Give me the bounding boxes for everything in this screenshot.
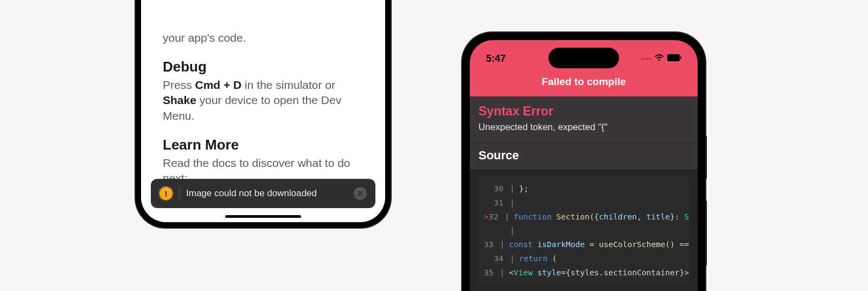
status-bar: 5:47 [470, 40, 698, 70]
error-message: Unexpected token, expected "{" [478, 122, 689, 133]
warning-icon: ! [159, 187, 173, 200]
status-time: 5:47 [486, 53, 506, 64]
toast-message: Image could not be downloaded [186, 188, 347, 199]
code-line: 30 | }; [478, 182, 689, 196]
svg-point-0 [659, 59, 660, 61]
doc-fragment: your app's code. [163, 31, 363, 44]
debug-heading: Debug [163, 59, 363, 75]
code-block: 30 | }; 31 | > 32 | function Section({ch… [478, 176, 689, 286]
code-line: 35 | <View style={styles.sectionContaine… [478, 266, 689, 280]
toast-divider [179, 186, 180, 201]
svg-rect-2 [680, 56, 681, 59]
logbox-toast[interactable]: ! Image could not be downloaded [151, 179, 375, 208]
phone-mockup-left: your app's code. Debug Press Cmd + D in … [136, 0, 391, 228]
source-header: Source [470, 143, 698, 169]
error-header: Failed to compile [470, 70, 698, 96]
error-type: Syntax Error [478, 104, 689, 119]
side-button [705, 201, 707, 266]
wifi-icon [654, 54, 664, 63]
debug-text: Press Cmd + D in the simulator or Shake … [163, 77, 363, 124]
phone-mockup-right: 5:47 Failed to compile Syntax Error Unex… [462, 33, 705, 291]
file-location: App.tsx (32:51) [470, 286, 698, 291]
code-line: > 32 | function Section({children, title… [478, 210, 689, 224]
error-title-section: Syntax Error Unexpected token, expected … [470, 96, 698, 143]
side-button [705, 135, 707, 179]
svg-rect-1 [667, 54, 680, 61]
code-line: 33 | const isDarkMode = useColorScheme()… [478, 238, 689, 252]
learn-more-heading: Learn More [163, 137, 363, 153]
cellular-icon [641, 58, 651, 60]
code-line: | [478, 224, 689, 238]
phone-screen-left: your app's code. Debug Press Cmd + D in … [141, 0, 385, 222]
home-indicator [225, 215, 301, 218]
code-line: 31 | [478, 196, 689, 210]
dynamic-island [548, 48, 619, 68]
code-line: 34 | return ( [478, 252, 689, 266]
toast-close-button[interactable] [354, 187, 367, 200]
battery-icon [667, 54, 681, 63]
status-icons [641, 54, 681, 63]
phone-screen-right: 5:47 Failed to compile Syntax Error Unex… [470, 40, 698, 291]
close-icon [357, 190, 363, 197]
